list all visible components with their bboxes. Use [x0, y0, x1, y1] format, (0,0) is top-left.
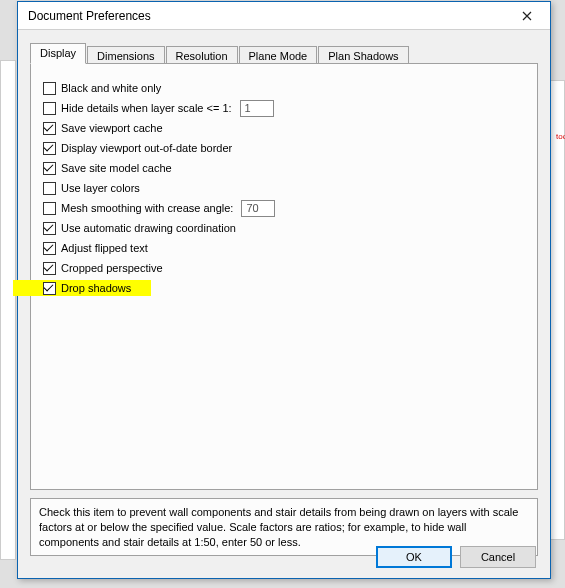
label-auto-drawing-coordination: Use automatic drawing coordination	[61, 222, 236, 234]
document-preferences-window: Document Preferences Display Dimensions …	[17, 1, 551, 579]
checkbox-out-of-date-border[interactable]	[43, 142, 56, 155]
checkbox-save-viewport-cache[interactable]	[43, 122, 56, 135]
checkbox-auto-drawing-coordination[interactable]	[43, 222, 56, 235]
checkbox-black-and-white[interactable]	[43, 82, 56, 95]
window-title: Document Preferences	[28, 9, 510, 23]
label-use-layer-colors: Use layer colors	[61, 182, 140, 194]
label-cropped-perspective: Cropped perspective	[61, 262, 163, 274]
checkbox-mesh-smoothing[interactable]	[43, 202, 56, 215]
checkbox-drop-shadows[interactable]	[43, 282, 56, 295]
tabstrip: Display Dimensions Resolution Plane Mode…	[30, 42, 538, 64]
checkbox-cropped-perspective[interactable]	[43, 262, 56, 275]
label-out-of-date-border: Display viewport out-of-date border	[61, 142, 232, 154]
tab-display[interactable]: Display	[30, 43, 86, 64]
label-drop-shadows: Drop shadows	[61, 282, 131, 294]
label-hide-details: Hide details when layer scale <= 1:	[61, 102, 232, 114]
label-save-site-model-cache: Save site model cache	[61, 162, 172, 174]
button-row: OK Cancel	[376, 546, 536, 568]
checkbox-save-site-model-cache[interactable]	[43, 162, 56, 175]
close-icon	[522, 11, 532, 21]
label-black-and-white: Black and white only	[61, 82, 161, 94]
hide-details-value[interactable]	[240, 100, 274, 117]
close-button[interactable]	[510, 5, 544, 27]
label-save-viewport-cache: Save viewport cache	[61, 122, 163, 134]
label-mesh-smoothing: Mesh smoothing with crease angle:	[61, 202, 233, 214]
cancel-button[interactable]: Cancel	[460, 546, 536, 568]
ok-button[interactable]: OK	[376, 546, 452, 568]
label-adjust-flipped-text: Adjust flipped text	[61, 242, 148, 254]
titlebar: Document Preferences	[18, 2, 550, 30]
checkbox-hide-details[interactable]	[43, 102, 56, 115]
checkbox-adjust-flipped-text[interactable]	[43, 242, 56, 255]
display-panel: Black and white only Hide details when l…	[30, 64, 538, 490]
checkbox-use-layer-colors[interactable]	[43, 182, 56, 195]
mesh-smoothing-value[interactable]	[241, 200, 275, 217]
